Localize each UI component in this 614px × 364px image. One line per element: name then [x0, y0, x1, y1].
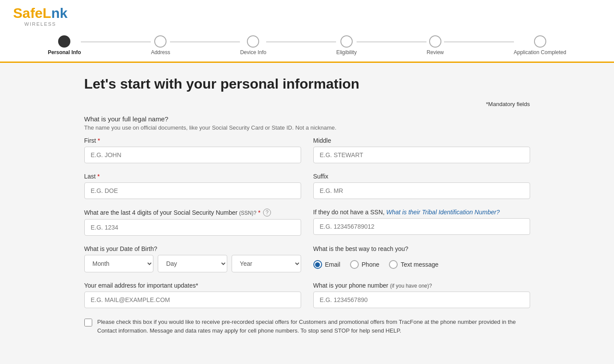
step-circle-review: [429, 35, 441, 48]
ssn-label-row: What are the last 4 digits of your Socia…: [84, 209, 301, 216]
suffix-label: Suffix: [313, 173, 530, 180]
logo: SafeLnk WIRELESS: [13, 5, 601, 27]
header: SafeLnk WIRELESS Personal Info Address D…: [0, 0, 614, 63]
middle-name-label: Middle: [313, 137, 530, 144]
radio-phone-label: Phone: [362, 261, 379, 268]
tribal-id-label: If they do not have a SSN, What is their…: [313, 209, 530, 216]
step-application-completed: Application Completed: [514, 35, 566, 55]
promo-checkbox[interactable]: [84, 319, 92, 326]
middle-name-group: Middle: [313, 137, 530, 163]
step-label-address: Address: [151, 49, 170, 55]
step-personal-info: Personal Info: [48, 35, 81, 55]
ssn-help-icon[interactable]: ?: [263, 209, 271, 216]
first-name-input[interactable]: [84, 147, 301, 163]
logo-link: nk: [51, 5, 67, 21]
progress-bar: Personal Info Address Device Info Eligib…: [13, 31, 601, 62]
step-label-application-completed: Application Completed: [514, 49, 566, 55]
step-label-eligibility: Eligibility: [336, 49, 357, 55]
ssn-label: What are the last 4 digits of your Socia…: [84, 209, 261, 216]
step-line-5: [444, 41, 514, 42]
first-name-group: First *: [84, 137, 301, 163]
radio-text-icon: [389, 260, 398, 269]
radio-text-label: Text message: [401, 261, 438, 268]
radio-group: Email Phone Text message: [313, 260, 530, 269]
last-name-group: Last *: [84, 173, 301, 199]
name-section-subtitle: The name you use on official documents, …: [84, 124, 530, 131]
ssn-row: What are the last 4 digits of your Socia…: [84, 209, 530, 236]
first-name-label: First *: [84, 137, 301, 144]
email-group: Your email address for important updates…: [84, 282, 301, 308]
radio-phone[interactable]: Phone: [350, 260, 379, 269]
radio-email[interactable]: Email: [313, 260, 340, 269]
suffix-group: Suffix: [313, 173, 530, 199]
dob-label: What is your Date of Birth?: [84, 245, 301, 252]
radio-text[interactable]: Text message: [389, 260, 438, 269]
ssn-group: What are the last 4 digits of your Socia…: [84, 209, 301, 236]
radio-phone-icon: [350, 260, 359, 269]
dob-contact-row: What is your Date of Birth? Month Januar…: [84, 245, 530, 272]
step-device-info: Device Info: [240, 35, 266, 55]
step-eligibility: Eligibility: [336, 35, 357, 55]
step-circle-address: [154, 35, 167, 48]
ssn-input[interactable]: [84, 219, 301, 236]
dob-group: What is your Date of Birth? Month Januar…: [84, 245, 301, 272]
logo-safe: SafeL: [13, 5, 51, 21]
name-row: First * Middle: [84, 137, 530, 163]
step-line-4: [357, 41, 427, 42]
email-label: Your email address for important updates…: [84, 282, 301, 289]
contact-reach-label: What is the best way to reach you?: [313, 245, 530, 252]
step-label-personal-info: Personal Info: [48, 49, 81, 55]
day-select[interactable]: Day: [158, 255, 227, 272]
mandatory-note: *Mandatory fields: [84, 101, 530, 107]
step-line-3: [266, 41, 336, 42]
tribal-id-group: If they do not have a SSN, What is their…: [313, 209, 530, 236]
year-select[interactable]: Year: [232, 255, 301, 272]
phone-input[interactable]: [313, 292, 530, 308]
last-name-label: Last *: [84, 173, 301, 180]
step-line-2: [170, 41, 240, 42]
logo-wireless: WIRELESS: [13, 21, 67, 27]
page-title: Let's start with your personal informati…: [84, 76, 530, 92]
step-circle-application-completed: [534, 35, 546, 48]
last-suffix-row: Last * Suffix: [84, 173, 530, 199]
radio-email-label: Email: [325, 261, 340, 268]
step-line-1: [81, 41, 151, 42]
step-circle-device-info: [247, 35, 259, 48]
email-phone-row: Your email address for important updates…: [84, 282, 530, 308]
promo-checkbox-row: Please check this box if you would like …: [84, 318, 530, 335]
suffix-input[interactable]: [313, 182, 530, 199]
step-circle-personal-info: [58, 35, 70, 48]
dob-selects: Month JanuaryFebruaryMarch AprilMayJune …: [84, 255, 301, 272]
step-label-review: Review: [427, 49, 444, 55]
step-circle-eligibility: [340, 35, 353, 48]
email-input[interactable]: [84, 292, 301, 308]
middle-name-input[interactable]: [313, 147, 530, 163]
name-section-title: What is your full legal name?: [84, 115, 530, 123]
promo-checkbox-text: Please check this box if you would like …: [97, 318, 530, 335]
step-label-device-info: Device Info: [240, 49, 266, 55]
step-review: Review: [427, 35, 444, 55]
phone-label: What is your phone number (if you have o…: [313, 282, 530, 289]
phone-group: What is your phone number (if you have o…: [313, 282, 530, 308]
tribal-id-input[interactable]: [313, 218, 530, 235]
step-address: Address: [151, 35, 170, 55]
month-select[interactable]: Month JanuaryFebruaryMarch AprilMayJune …: [84, 255, 154, 272]
radio-email-icon: [313, 260, 322, 269]
last-name-input[interactable]: [84, 182, 301, 199]
main-content: Let's start with your personal informati…: [67, 63, 548, 348]
contact-reach-group: What is the best way to reach you? Email…: [313, 245, 530, 272]
